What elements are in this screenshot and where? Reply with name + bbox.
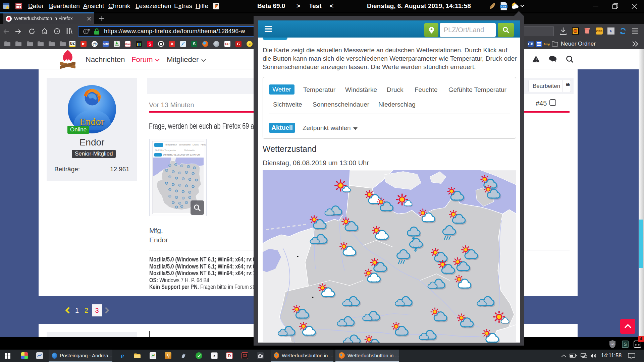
svg-text:CSS: CSS (501, 5, 506, 8)
svg-text:uo: uo (611, 343, 614, 346)
